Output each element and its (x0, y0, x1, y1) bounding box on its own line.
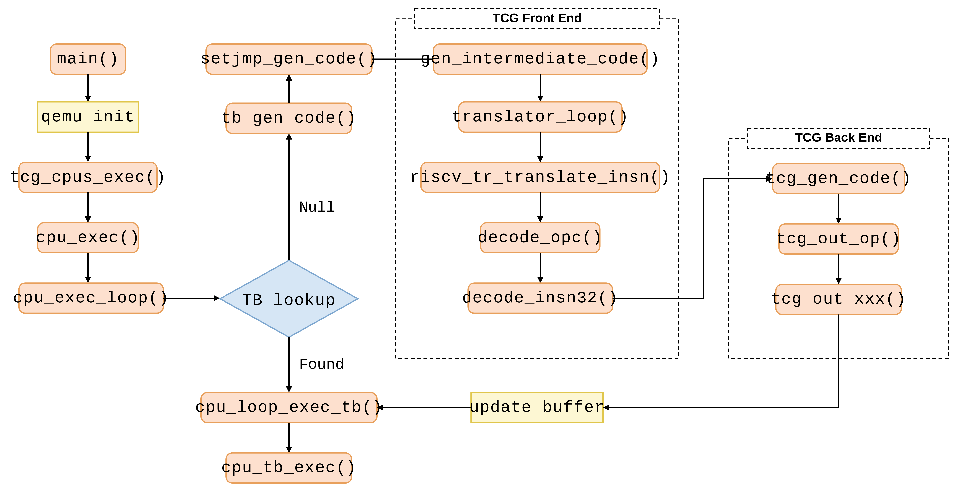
svg-text:tcg_out_xxx(): tcg_out_xxx() (771, 290, 906, 309)
svg-text:setjmp_gen_code(): setjmp_gen_code() (200, 50, 378, 68)
edge-decodei32-tcggen (612, 179, 772, 298)
node-decode-opc: decode_opc() (478, 223, 603, 253)
group-title-front: TCG Front End (492, 11, 582, 25)
node-translator-loop: translator_loop() (452, 102, 629, 132)
svg-text:qemu init: qemu init (41, 108, 135, 126)
node-riscv-tr-translate-insn: riscv_tr_translate_insn() (410, 162, 671, 193)
node-tcg-cpus-exec: tcg_cpus_exec() (10, 162, 166, 193)
node-tb-gen-code: tb_gen_code() (221, 103, 356, 134)
svg-text:main(): main() (57, 50, 119, 68)
svg-text:riscv_tr_translate_insn(): riscv_tr_translate_insn() (410, 168, 671, 187)
group-title-back: TCG Back End (795, 130, 882, 144)
node-cpu-exec: cpu_exec() (36, 223, 140, 253)
node-tcg-out-xxx: tcg_out_xxx() (771, 284, 906, 315)
edge-label-null: Null (299, 199, 335, 216)
svg-text:tb_gen_code(): tb_gen_code() (221, 109, 356, 128)
node-cpu-loop-exec-tb: cpu_loop_exec_tb() (195, 393, 383, 423)
svg-text:cpu_exec_loop(): cpu_exec_loop() (13, 289, 169, 307)
diagram-canvas: TCG Front End TCG Back End main() qemu i… (0, 0, 980, 487)
edge-tcgoutxxx-updatebuf (604, 315, 838, 407)
svg-text:decode_opc(): decode_opc() (478, 228, 603, 247)
svg-text:update buffer: update buffer (469, 398, 605, 417)
svg-text:decode_insn32(): decode_insn32() (462, 289, 619, 307)
node-update-buffer: update buffer (469, 393, 605, 423)
edge-label-found: Found (299, 356, 344, 374)
svg-text:tcg_gen_code(): tcg_gen_code() (766, 169, 912, 188)
node-cpu-exec-loop: cpu_exec_loop() (13, 283, 169, 313)
node-cpu-tb-exec: cpu_tb_exec() (221, 453, 356, 483)
node-tcg-gen-code: tcg_gen_code() (766, 164, 912, 194)
node-decode-insn32: decode_insn32() (462, 283, 619, 313)
node-tcg-out-op: tcg_out_op() (776, 224, 901, 254)
svg-text:cpu_loop_exec_tb(): cpu_loop_exec_tb() (195, 398, 383, 417)
svg-text:tcg_out_op(): tcg_out_op() (776, 230, 901, 248)
svg-text:cpu_tb_exec(): cpu_tb_exec() (221, 459, 356, 477)
node-qemu-init: qemu init (38, 102, 138, 132)
svg-text:cpu_exec(): cpu_exec() (36, 228, 140, 247)
svg-text:gen_intermediate_code(): gen_intermediate_code() (420, 50, 660, 68)
svg-text:TB lookup: TB lookup (242, 291, 336, 310)
svg-text:tcg_cpus_exec(): tcg_cpus_exec() (10, 168, 166, 187)
node-gen-intermediate-code: gen_intermediate_code() (420, 44, 660, 74)
node-tb-lookup: TB lookup (220, 260, 358, 337)
node-setjmp-gen-code: setjmp_gen_code() (200, 44, 378, 74)
node-main: main() (50, 44, 126, 74)
svg-text:translator_loop(): translator_loop() (452, 108, 629, 126)
